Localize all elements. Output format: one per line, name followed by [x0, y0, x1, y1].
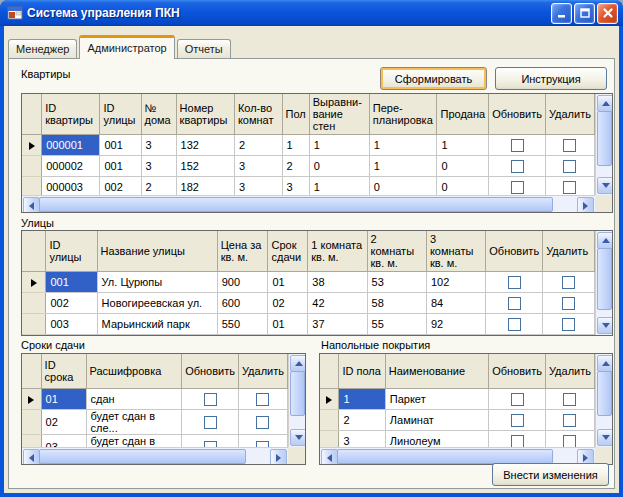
row-selector[interactable] [22, 134, 42, 155]
scroll-left-button[interactable] [321, 449, 338, 465]
horizontal-scroll-thumb[interactable] [39, 197, 553, 212]
tab-manager[interactable]: Менеджер [8, 39, 77, 58]
grid-cell[interactable]: 37 [308, 313, 367, 334]
row-selector[interactable] [22, 334, 46, 335]
update-checkbox[interactable] [508, 297, 521, 310]
grid-cell[interactable]: будет сдан в сле... [86, 434, 182, 447]
scroll-up-button[interactable] [290, 355, 306, 372]
horizontal-scrollbar[interactable] [320, 447, 595, 464]
scroll-up-button[interactable] [597, 95, 613, 112]
vertical-scroll-thumb[interactable] [290, 371, 305, 416]
vertical-scroll-thumb[interactable] [597, 248, 612, 310]
column-header[interactable]: Срок сдачи [268, 231, 308, 271]
column-header[interactable]: Обновить [489, 94, 546, 134]
row-selector[interactable] [22, 388, 41, 409]
vertical-scrollbar[interactable] [595, 354, 612, 447]
maximize-button[interactable] [574, 3, 595, 24]
grid-cell[interactable]: сдан [86, 388, 182, 409]
column-header[interactable]: Обновить [486, 231, 543, 271]
grid-cell[interactable]: 0 [437, 176, 489, 195]
column-header[interactable]: Кол-во комнат [234, 94, 282, 134]
tab-reports[interactable]: Отчеты [177, 39, 231, 58]
grid-cell[interactable]: 01 [268, 313, 308, 334]
update-checkbox[interactable] [508, 318, 521, 331]
grid-cell[interactable]: 3 [234, 176, 282, 195]
grid-cell[interactable]: 004 [46, 334, 97, 335]
grid-cell[interactable]: 001 [46, 271, 97, 292]
grid-cell[interactable]: 01 [41, 388, 86, 409]
scroll-right-button[interactable] [577, 197, 594, 213]
column-header[interactable]: Пол [282, 94, 309, 134]
row-selector[interactable] [22, 409, 41, 434]
grid-cell[interactable]: Ламинат [385, 409, 488, 430]
update-checkbox[interactable] [511, 393, 524, 406]
grid-cell[interactable]: 55 [367, 313, 426, 334]
grid-cell[interactable]: 900 [217, 271, 268, 292]
grid-cell[interactable]: 152 [176, 155, 234, 176]
scroll-down-button[interactable] [290, 429, 306, 446]
close-button[interactable] [597, 3, 618, 24]
grid-cell[interactable]: 3 [141, 155, 176, 176]
column-header[interactable]: Удалить [543, 231, 595, 271]
grid-cell[interactable]: 58 [367, 334, 426, 335]
column-header[interactable]: № дома [141, 94, 176, 134]
update-checkbox[interactable] [511, 160, 524, 173]
grid-cell[interactable]: 58 [367, 292, 426, 313]
column-header[interactable]: Обновить [182, 354, 239, 388]
delete-checkbox[interactable] [256, 393, 269, 406]
grid-cell[interactable]: 1 [369, 155, 437, 176]
grid-cell[interactable]: 2 [282, 155, 309, 176]
grid-cell[interactable]: 0 [369, 176, 437, 195]
grid-cell[interactable]: 182 [176, 176, 234, 195]
grid-cell[interactable]: 84 [426, 292, 485, 313]
row-selector[interactable] [320, 388, 339, 409]
delete-checkbox[interactable] [563, 181, 576, 194]
column-header[interactable]: Продана [437, 94, 489, 134]
scroll-down-button[interactable] [597, 317, 613, 334]
grid-cell[interactable]: 1 [309, 176, 369, 195]
row-selector[interactable] [22, 434, 41, 447]
grid-cell[interactable]: Новогиреевская ул. [97, 292, 217, 313]
horizontal-scrollbar[interactable] [22, 195, 595, 212]
instruction-button[interactable]: Инструкция [495, 67, 607, 90]
update-checkbox[interactable] [511, 414, 524, 427]
column-header[interactable]: Удалить [545, 354, 594, 388]
grid-cell[interactable]: 720 [217, 334, 268, 335]
grid-cell[interactable]: 38 [308, 271, 367, 292]
grid-cell[interactable]: Марьинский парк [97, 313, 217, 334]
column-header[interactable]: Пере-планировка [369, 94, 437, 134]
delete-checkbox[interactable] [563, 435, 576, 447]
grid-cell[interactable]: 001 [100, 155, 141, 176]
vertical-scroll-thumb[interactable] [597, 111, 612, 166]
grid-cell[interactable]: 600 [217, 292, 268, 313]
grid-cell[interactable]: Ул. Цурюпы [97, 271, 217, 292]
grid-cell[interactable]: будет сдан в сле... [86, 409, 182, 434]
update-checkbox[interactable] [511, 139, 524, 152]
grid-cell[interactable]: 000003 [42, 176, 100, 195]
grid-cell[interactable]: Паркет [385, 388, 488, 409]
column-header[interactable]: Номер квартиры [176, 94, 234, 134]
grid-cell[interactable]: 53 [367, 271, 426, 292]
grid-cell[interactable]: Ул. Волгина [97, 334, 217, 335]
grid-cell[interactable]: 000001 [42, 134, 100, 155]
row-selector[interactable] [320, 430, 339, 447]
grid-cell[interactable]: 102 [426, 271, 485, 292]
grid-cell[interactable]: 1 [369, 134, 437, 155]
grid-cell[interactable]: 3 [141, 134, 176, 155]
grid-cell[interactable]: 1 [437, 134, 489, 155]
grid-cell[interactable]: 002 [100, 176, 141, 195]
grid-cell[interactable]: 132 [176, 134, 234, 155]
row-selector[interactable] [22, 155, 42, 176]
column-header[interactable]: Обновить [489, 354, 546, 388]
grid-cell[interactable]: 000002 [42, 155, 100, 176]
grid-cell[interactable]: 02 [41, 409, 86, 434]
grid-cell[interactable]: 2 [339, 409, 385, 430]
scroll-left-button[interactable] [23, 449, 40, 465]
grid-cell[interactable]: 2 [234, 134, 282, 155]
column-header[interactable]: ID квартиры [42, 94, 100, 134]
row-selector[interactable] [320, 409, 339, 430]
grid-cell[interactable]: 0 [437, 155, 489, 176]
row-selector[interactable] [22, 313, 46, 334]
update-checkbox[interactable] [508, 276, 521, 289]
horizontal-scrollbar[interactable] [22, 447, 288, 464]
